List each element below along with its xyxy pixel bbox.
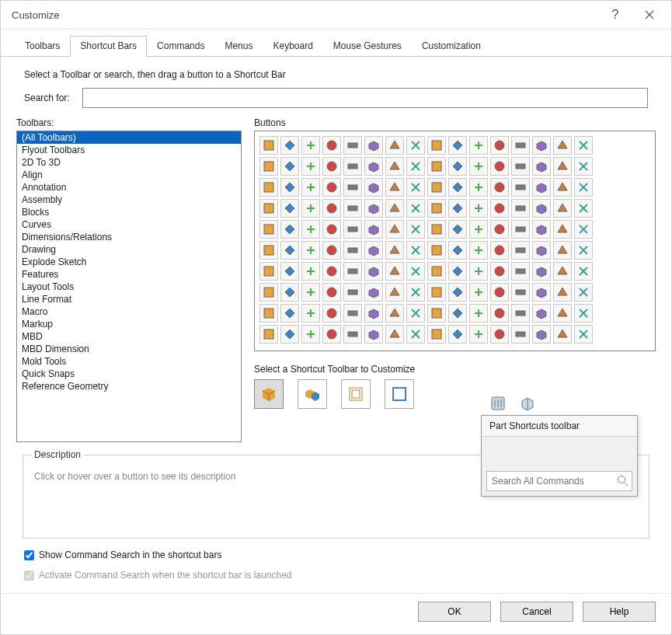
- command-button[interactable]: [532, 325, 551, 344]
- command-button[interactable]: [385, 262, 404, 281]
- command-button[interactable]: [553, 241, 572, 260]
- command-button[interactable]: [469, 136, 488, 155]
- toolbar-item[interactable]: Layout Tools: [17, 281, 241, 293]
- command-button[interactable]: [406, 220, 425, 239]
- toolbar-item[interactable]: Macro: [17, 305, 241, 318]
- command-button[interactable]: [469, 283, 488, 302]
- command-button[interactable]: [322, 220, 341, 239]
- command-button[interactable]: [385, 178, 404, 197]
- command-button[interactable]: [280, 304, 299, 323]
- command-button[interactable]: [280, 283, 299, 302]
- command-button[interactable]: [406, 241, 425, 260]
- command-button[interactable]: [448, 157, 467, 176]
- command-button[interactable]: [427, 241, 446, 260]
- command-button[interactable]: [385, 325, 404, 344]
- command-button[interactable]: [532, 304, 551, 323]
- toolbar-item[interactable]: MBD Dimension: [17, 343, 241, 355]
- toolbar-item[interactable]: Blocks: [17, 206, 241, 218]
- command-button[interactable]: [427, 178, 446, 197]
- command-button[interactable]: [553, 304, 572, 323]
- command-button[interactable]: [553, 199, 572, 218]
- command-button[interactable]: [322, 136, 341, 155]
- command-button[interactable]: [343, 178, 362, 197]
- shortcut-pick-part[interactable]: [254, 379, 284, 409]
- command-button[interactable]: [406, 199, 425, 218]
- command-button[interactable]: [511, 178, 530, 197]
- command-button[interactable]: [490, 136, 509, 155]
- ok-button[interactable]: OK: [418, 602, 491, 622]
- command-button[interactable]: [448, 136, 467, 155]
- command-button[interactable]: [406, 283, 425, 302]
- toolbar-item[interactable]: MBD: [17, 330, 241, 343]
- command-button[interactable]: [532, 283, 551, 302]
- command-button[interactable]: [448, 178, 467, 197]
- cancel-button[interactable]: Cancel: [500, 602, 573, 622]
- shortcut-pick-drawing[interactable]: [341, 379, 371, 409]
- titlebar-help-button[interactable]: ?: [598, 3, 632, 26]
- command-button[interactable]: [574, 136, 593, 155]
- command-button[interactable]: [532, 178, 551, 197]
- command-button[interactable]: [364, 136, 383, 155]
- command-button[interactable]: [574, 220, 593, 239]
- help-button[interactable]: Help: [583, 602, 656, 622]
- toolbar-item[interactable]: Line Format: [17, 293, 241, 305]
- command-button[interactable]: [553, 283, 572, 302]
- command-button[interactable]: [259, 325, 278, 344]
- command-button[interactable]: [343, 220, 362, 239]
- command-button[interactable]: [364, 199, 383, 218]
- command-button[interactable]: [490, 325, 509, 344]
- command-button[interactable]: [490, 283, 509, 302]
- toolbar-item[interactable]: (All Toolbars): [17, 131, 241, 144]
- command-button[interactable]: [511, 157, 530, 176]
- command-button[interactable]: [427, 304, 446, 323]
- toolbar-item[interactable]: Drawing: [17, 243, 241, 256]
- toolbar-item[interactable]: Features: [17, 268, 241, 281]
- command-button[interactable]: [406, 178, 425, 197]
- command-button[interactable]: [301, 157, 320, 176]
- command-button[interactable]: [574, 262, 593, 281]
- command-button[interactable]: [511, 241, 530, 260]
- command-button[interactable]: [511, 199, 530, 218]
- command-button[interactable]: [322, 241, 341, 260]
- command-button[interactable]: [343, 199, 362, 218]
- toolbar-item[interactable]: Explode Sketch: [17, 256, 241, 268]
- tab-keyboard[interactable]: Keyboard: [263, 36, 322, 57]
- command-button[interactable]: [574, 178, 593, 197]
- titlebar-close-button[interactable]: [632, 3, 667, 26]
- command-button[interactable]: [322, 262, 341, 281]
- command-button[interactable]: [364, 157, 383, 176]
- command-button[interactable]: [553, 325, 572, 344]
- toolbar-item[interactable]: 2D To 3D: [17, 156, 241, 169]
- command-button[interactable]: [574, 157, 593, 176]
- command-button[interactable]: [364, 283, 383, 302]
- command-button[interactable]: [406, 325, 425, 344]
- command-button[interactable]: [343, 304, 362, 323]
- command-button[interactable]: [490, 304, 509, 323]
- toolbar-item[interactable]: Dimensions/Relations: [17, 231, 241, 243]
- command-button[interactable]: [301, 220, 320, 239]
- command-button[interactable]: [280, 241, 299, 260]
- command-button[interactable]: [406, 136, 425, 155]
- command-button[interactable]: [259, 262, 278, 281]
- command-button[interactable]: [490, 241, 509, 260]
- tab-commands[interactable]: Commands: [147, 36, 214, 57]
- tab-toolbars[interactable]: Toolbars: [15, 36, 70, 57]
- toolbar-item[interactable]: Mold Tools: [17, 355, 241, 368]
- command-button[interactable]: [406, 157, 425, 176]
- command-button[interactable]: [259, 136, 278, 155]
- command-button[interactable]: [574, 325, 593, 344]
- command-button[interactable]: [532, 157, 551, 176]
- command-button[interactable]: [385, 283, 404, 302]
- command-button[interactable]: [574, 241, 593, 260]
- command-button[interactable]: [553, 220, 572, 239]
- command-button[interactable]: [385, 220, 404, 239]
- command-button[interactable]: [364, 262, 383, 281]
- command-button[interactable]: [301, 283, 320, 302]
- command-button[interactable]: [259, 220, 278, 239]
- command-button[interactable]: [448, 283, 467, 302]
- command-button[interactable]: [343, 157, 362, 176]
- command-button[interactable]: [490, 157, 509, 176]
- toolbar-item[interactable]: Markup: [17, 318, 241, 330]
- tab-mouse-gestures[interactable]: Mouse Gestures: [323, 36, 412, 57]
- tab-shortcut-bars[interactable]: Shortcut Bars: [70, 36, 147, 57]
